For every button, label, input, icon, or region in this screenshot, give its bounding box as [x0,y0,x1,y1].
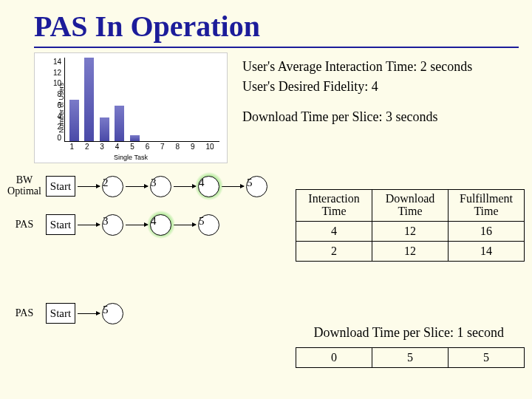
table-cell: 12 [372,221,449,241]
flow-step: 5 [102,303,123,324]
info-avg: User's Average Interaction Time: 2 secon… [242,57,472,77]
table-row: 41216 [296,221,525,241]
histogram-chart: Number of Users 02468101214 12345678910 … [34,52,228,163]
table-cell: 5 [449,348,525,368]
flow-start-box: Start [46,176,75,197]
table-cell: 4 [296,221,372,241]
results-table-1: InteractionTimeDownloadTimeFulfillmentTi… [296,189,525,262]
table-body-1: 4121621214 [296,221,525,261]
arrow-icon [78,186,100,187]
flow-label: PAS [3,308,46,319]
flow-step: 4 [150,214,171,236]
flow-step: 3 [102,214,123,236]
info-fid: User's Desired Fidelity: 4 [242,77,472,97]
arrow-icon [126,186,148,187]
flow-step: 5 [198,214,219,236]
table-cell: 2 [296,241,372,261]
chart-xticks: 12345678910 [64,143,219,151]
arrow-icon [126,225,148,225]
table-cell: 14 [449,241,525,261]
table-cell: 16 [449,221,525,241]
table-cell: 5 [372,348,449,368]
arrow-icon [174,225,196,225]
table-row: 055 [296,348,525,368]
flow-step-circle: 5 [102,303,123,324]
slide-title: PAS In Operation [0,0,532,47]
flow-step: 2 [102,176,123,197]
info-dl1: Download Time per Slice: 1 second [314,325,504,341]
arrow-icon [174,186,196,187]
table-header-cell: DownloadTime [372,190,449,222]
flow-step: 3 [150,176,171,197]
flow-step-circle: 3 [150,176,171,197]
flow-label: PAS [3,219,46,231]
flow-step-circle: 5 [246,176,267,197]
table-row: 21214 [296,241,525,261]
table-header-cell: InteractionTime [296,190,372,222]
flow-step-circle: 3 [102,214,123,236]
results-table-2: 055 [296,347,525,368]
flow-step-circle: 4 [150,214,171,236]
flow-start-box: Start [46,303,75,324]
flow-step-circle: 2 [102,176,123,197]
flow-step: 4 [198,176,219,197]
arrow-icon [78,313,100,314]
arrow-icon [222,186,244,187]
flow-step-circle: 4 [198,176,219,197]
flow-step: 5 [246,176,267,197]
flow-label: BWOptimal [3,175,46,197]
info-dl3: Download Time per Slice: 3 seconds [242,107,472,127]
table-cell: 12 [372,241,449,261]
info-block: User's Average Interaction Time: 2 secon… [242,52,472,163]
table-cell: 0 [296,348,372,368]
chart-bars [65,58,219,141]
flow-step-circle: 5 [198,214,219,236]
table-body-2: 055 [296,348,525,368]
table-header-row: InteractionTimeDownloadTimeFulfillmentTi… [296,190,525,222]
arrow-icon [78,225,100,225]
chart-yticks: 02468101214 [47,58,61,142]
flow-start-box: Start [46,214,75,235]
table-header-cell: FulfillmentTime [449,190,525,222]
chart-xlabel: Single Task [35,154,227,161]
